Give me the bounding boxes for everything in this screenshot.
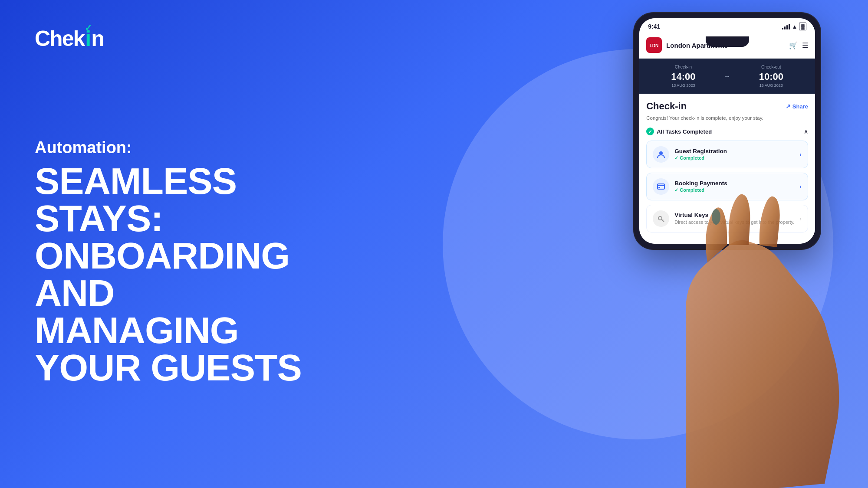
virtual-keys-name: Virtual Keys [674, 212, 794, 218]
checkin-section-title: Check-in [646, 101, 687, 112]
guest-reg-name: Guest Registration [674, 148, 794, 154]
headline-main: SEAMLESS STAYS: ONBOARDING AND MANAGING … [35, 162, 304, 386]
left-panel: Chek i ✓ n Automation: SEAMLESS STAYS: O… [35, 26, 304, 386]
property-logo: LDN [646, 37, 662, 53]
checkin-block: Check-in 14:00 13 AUG 2023 [646, 65, 720, 88]
tasks-header: ✓ All Tasks Completed ∧ [646, 128, 808, 135]
logo-area: Chek i ✓ n [35, 26, 304, 51]
svg-rect-4 [658, 187, 660, 188]
virtual-keys-icon [653, 210, 669, 227]
task-virtual-keys[interactable]: Virtual Keys Direct access to your virtu… [646, 205, 808, 233]
booking-pay-icon [653, 178, 669, 195]
svg-point-2 [659, 151, 663, 155]
logo: Chek i ✓ n [35, 26, 104, 51]
phone-notch [706, 36, 749, 47]
signal-icon [782, 24, 790, 29]
headline-sub: Automation: [35, 138, 304, 158]
wifi-icon: ▲ [792, 23, 797, 30]
svg-rect-3 [658, 184, 664, 189]
menu-icon[interactable]: ☰ [802, 41, 808, 49]
guest-reg-icon [653, 146, 669, 163]
tasks-check-icon: ✓ [646, 128, 654, 135]
logo-icon-i: i ✓ [85, 26, 90, 51]
status-bar: 9:41 ▲ ▓ [639, 18, 815, 32]
checkin-time: 14:00 [646, 71, 720, 82]
booking-pay-info: Booking Payments ✓ Completed [674, 180, 794, 193]
task-booking-payments[interactable]: Booking Payments ✓ Completed › [646, 173, 808, 200]
checkout-block: Check-out 10:00 15 AUG 2023 [734, 65, 808, 88]
checkin-banner: Check-in 14:00 13 AUG 2023 → Check-out 1… [639, 59, 815, 94]
checkin-date: 13 AUG 2023 [646, 83, 720, 88]
guest-reg-chevron[interactable]: › [799, 151, 802, 158]
checkout-date: 15 AUG 2023 [734, 83, 808, 88]
collapse-icon[interactable]: ∧ [804, 128, 808, 135]
all-tasks-text: All Tasks Completed [657, 128, 712, 135]
svg-point-5 [658, 216, 662, 220]
share-label: Share [792, 103, 808, 110]
checkout-label: Check-out [734, 65, 808, 69]
status-icons: ▲ ▓ [782, 23, 806, 30]
app-content: Check-in ↗ Share Congrats! Your check-in… [639, 94, 815, 244]
virtual-keys-desc: Direct access to your virtual keys to ge… [674, 219, 794, 226]
battery-icon: ▓ [799, 23, 806, 30]
virtual-keys-info: Virtual Keys Direct access to your virtu… [674, 212, 794, 226]
guest-reg-status: ✓ Completed [674, 155, 794, 161]
status-time: 9:41 [648, 23, 660, 30]
congrats-message: Congrats! Your check-in is complete, enj… [646, 115, 808, 121]
guest-reg-info: Guest Registration ✓ Completed [674, 148, 794, 161]
checkin-title-row: Check-in ↗ Share [646, 101, 808, 112]
svg-text:LDN: LDN [650, 43, 659, 48]
checkin-label: Check-in [646, 65, 720, 69]
logo-text-n: n [91, 26, 104, 51]
all-tasks-label: ✓ All Tasks Completed [646, 128, 712, 135]
task-guest-registration[interactable]: Guest Registration ✓ Completed › [646, 141, 808, 168]
headline-block: Automation: SEAMLESS STAYS: ONBOARDING A… [35, 138, 304, 386]
phone-screen: 9:41 ▲ ▓ LDN [639, 18, 815, 244]
phone-area: 9:41 ▲ ▓ LDN [634, 13, 820, 249]
logo-text: Chek [35, 26, 84, 51]
share-button[interactable]: ↗ Share [786, 103, 808, 110]
arrow-divider: → [724, 72, 731, 80]
booking-pay-chevron[interactable]: › [799, 183, 802, 190]
virtual-keys-chevron[interactable]: › [799, 215, 802, 222]
checkout-time: 10:00 [734, 71, 808, 82]
share-icon: ↗ [786, 103, 791, 110]
phone-mockup: 9:41 ▲ ▓ LDN [634, 13, 820, 249]
booking-pay-status: ✓ Completed [674, 187, 794, 193]
booking-pay-name: Booking Payments [674, 180, 794, 187]
cart-icon[interactable]: 🛒 [789, 41, 798, 49]
header-actions[interactable]: 🛒 ☰ [789, 41, 808, 49]
